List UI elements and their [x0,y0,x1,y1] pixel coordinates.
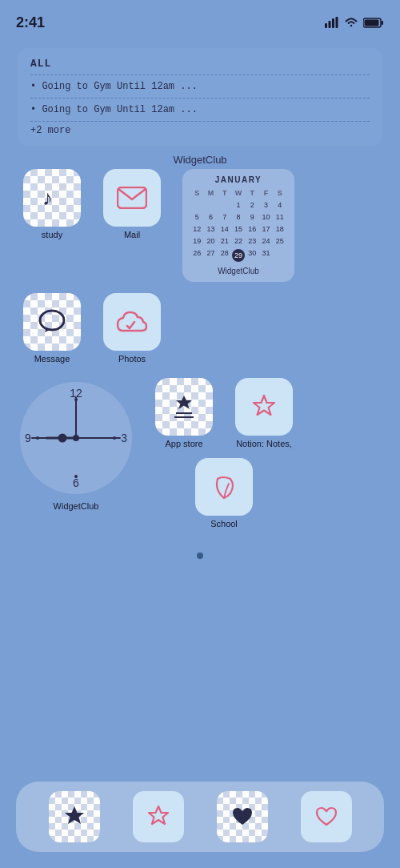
clock-center-dot [73,435,79,441]
clock-widget-section: 12 3 6 9 [16,378,136,511]
cal-cell: 2 [246,199,258,211]
svg-rect-2 [332,18,334,28]
cal-cell: 23 [246,235,258,247]
dock-heart-filled-icon [228,802,257,831]
appstore-icon [168,391,200,423]
cal-header-f: F [259,187,272,199]
dock-star-filled-icon [60,802,89,831]
music-icon: ♪ [38,184,66,211]
app-notion[interactable]: Notion: Notes, [228,378,300,448]
app-photos[interactable]: Photos [96,293,168,364]
cal-cell: 14 [218,223,231,235]
cal-cell: 10 [259,211,272,223]
svg-rect-1 [329,21,331,28]
notif-divider-2 [30,98,370,98]
dock-star-outline-icon [144,802,173,831]
app-message[interactable]: Message [16,293,88,364]
cal-cell: 24 [259,235,272,247]
notif-more: +2 more [30,125,370,136]
widget-club-label-1: WidgetClub [0,154,400,166]
dock-heart-outline-icon [312,802,341,831]
cal-grid: S M T W T F S 1 2 3 4 5 6 7 8 9 10 11 12… [190,187,286,263]
mail-icon-bg [103,169,161,227]
clock-3: 3 [121,432,127,444]
svg-text:♪: ♪ [42,186,53,210]
cal-cell [190,199,203,211]
cal-header-w: W [232,187,245,199]
cal-header-t2: T [246,187,258,199]
school-label: School [210,519,238,528]
clock-9: 9 [25,432,31,444]
notif-item-1: • Going to Gym Until 12am ... [30,78,370,94]
svg-rect-0 [325,23,327,28]
svg-rect-6 [365,19,379,26]
clock-6: 6 [73,476,79,489]
notif-item-2: • Going to Gym Until 12am ... [30,102,370,118]
message-label: Message [34,354,70,364]
svg-point-10 [40,311,64,330]
photos-icon-bg [103,293,161,351]
calendar-widget: JANUARY S M T W T F S 1 2 3 4 5 6 7 8 9 … [182,169,294,282]
school-row: School [148,458,300,535]
appstore-label: App store [165,439,202,448]
notif-divider [30,74,370,75]
notif-divider-3 [30,121,370,122]
right-apps-section: App store Notion: Notes, [148,378,300,535]
cal-cell: 28 [218,247,231,263]
cal-widget-label: WidgetClub [190,267,286,275]
cal-cell: 6 [204,211,217,223]
star-icon [248,391,280,423]
dock-item-heart-checker[interactable] [217,791,268,842]
cal-cell: 5 [190,211,203,223]
appstore-icon-bg [155,378,213,436]
clock-minute-hand [75,396,77,438]
page-dot [197,553,203,559]
dock-item-star-light[interactable] [133,791,184,842]
cal-cell: 15 [232,223,245,235]
cal-cell: 22 [232,235,245,247]
school-icon-bg [195,458,253,516]
leaf-icon [208,471,240,503]
cal-month: JANUARY [190,175,286,184]
app-school[interactable]: School [188,458,260,528]
clock-dot-bottom [74,475,78,478]
cal-cell: 4 [274,199,286,211]
notif-header: ALL [30,58,370,70]
dock-item-heart-light[interactable] [301,791,352,842]
app-appstore[interactable]: App store [148,378,220,448]
message-icon [37,307,67,337]
cal-cell: 19 [190,235,203,247]
notion-icon-bg [235,378,293,436]
dock-item-star-checker[interactable] [49,791,100,842]
cal-cell: 17 [259,223,272,235]
clock-slider-knob [58,434,67,443]
message-icon-bg [23,293,81,351]
app-mail[interactable]: Mail [96,169,168,239]
photos-label: Photos [118,354,146,364]
cal-cell: 13 [204,223,217,235]
signal-icon [325,17,339,28]
cal-cell: 8 [232,211,245,223]
app-store-row: App store Notion: Notes, [148,378,300,455]
cal-cell: 26 [190,247,203,263]
cal-cell: 21 [218,235,231,247]
svg-rect-3 [336,17,338,28]
page-indicator [0,548,400,562]
app-study[interactable]: ♪ study [16,169,88,239]
battery-icon [363,18,384,28]
mail-label: Mail [124,230,140,239]
cal-header-s2: S [274,187,286,199]
cloud-icon [116,308,148,336]
status-icons [325,17,384,28]
cal-cell [218,199,231,211]
cal-cell: 16 [246,223,258,235]
cal-cell-today: 29 [232,247,245,263]
cal-cell: 12 [190,223,203,235]
cal-header-m: M [204,187,217,199]
notification-widget: ALL • Going to Gym Until 12am ... • Goin… [18,48,382,146]
cal-cell: 20 [204,235,217,247]
dock [16,782,384,852]
cal-cell: 31 [259,247,272,263]
cal-cell: 11 [274,211,286,223]
cal-today: 29 [232,249,245,262]
